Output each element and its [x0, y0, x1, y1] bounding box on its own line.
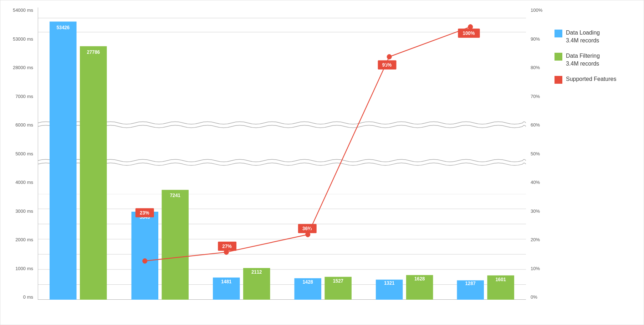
legend-item-data-loading: Data Loading3.4M records [554, 29, 633, 45]
svg-text:27%: 27% [222, 244, 231, 249]
legend-label-supported-features: Supported Features [566, 75, 616, 83]
svg-text:7241: 7241 [170, 192, 181, 198]
y-right-label-50: 50% [531, 151, 540, 156]
y-left-label-0: 0 ms [23, 294, 33, 300]
y-left-label-28000: 28000 ms [13, 65, 33, 70]
svg-text:1601: 1601 [495, 277, 506, 282]
svg-text:1481: 1481 [221, 279, 232, 284]
svg-text:27786: 27786 [87, 50, 100, 55]
svg-text:53426: 53426 [56, 25, 70, 30]
y-left-label-1000: 1000 ms [15, 266, 33, 271]
y-left-label-5000: 5000 ms [15, 151, 33, 156]
bar-v171-green [162, 190, 189, 300]
svg-text:1428: 1428 [303, 279, 313, 284]
legend-label-data-loading: Data Loading3.4M records [566, 29, 600, 45]
svg-text:1287: 1287 [465, 281, 476, 286]
chart-inner: 53426 27786 5849 7241 23% [38, 7, 526, 300]
y-right-label-10: 10% [531, 266, 540, 271]
chart-area: 54000 ms 53000 ms 28000 ms 7000 ms 6000 … [7, 7, 547, 318]
svg-text:1321: 1321 [384, 280, 395, 285]
bar-v171-blue [131, 212, 158, 300]
legend-color-green [554, 53, 562, 61]
chart-container: 54000 ms 53000 ms 28000 ms 7000 ms 6000 … [0, 0, 644, 325]
bar-v162-blue [50, 22, 77, 300]
legend-color-blue [554, 30, 562, 37]
y-axis-right: 100% 90% 80% 70% 60% 50% 40% 30% 20% 10%… [528, 7, 547, 300]
y-left-label-54000: 54000 ms [13, 7, 33, 13]
y-right-label-80: 80% [531, 65, 540, 70]
y-right-label-20: 20% [531, 237, 540, 242]
y-axis-left: 54000 ms 53000 ms 28000 ms 7000 ms 6000 … [7, 7, 36, 300]
y-right-label-60: 60% [531, 122, 540, 128]
y-right-label-40: 40% [531, 180, 540, 185]
legend-color-red [554, 76, 562, 84]
legend-item-supported-features: Supported Features [554, 75, 633, 84]
y-left-label-2000: 2000 ms [15, 237, 33, 242]
svg-text:95%: 95% [382, 62, 392, 68]
svg-rect-8 [38, 159, 526, 194]
y-right-label-100: 100% [531, 7, 542, 13]
svg-text:1628: 1628 [414, 276, 425, 281]
y-left-label-53000: 53000 ms [13, 36, 33, 42]
y-left-label-6000: 6000 ms [15, 122, 33, 128]
y-left-label-7000: 7000 ms [15, 94, 33, 99]
y-right-label-70: 70% [531, 94, 540, 99]
legend-label-data-filtering: Data Filtering3.4M records [566, 52, 600, 68]
svg-text:2112: 2112 [251, 269, 262, 275]
y-right-label-0: 0% [531, 294, 537, 300]
svg-text:1527: 1527 [333, 278, 343, 283]
y-right-label-90: 90% [531, 36, 540, 42]
legend-item-data-filtering: Data Filtering3.4M records [554, 52, 633, 68]
chart-svg: 53426 27786 5849 7241 23% [38, 7, 526, 300]
y-right-label-30: 30% [531, 208, 540, 214]
legend: Data Loading3.4M records Data Filtering3… [547, 18, 640, 318]
svg-text:100%: 100% [463, 31, 475, 36]
y-left-label-4000: 4000 ms [15, 180, 33, 185]
svg-text:23%: 23% [140, 210, 149, 216]
bar-v162-green [80, 46, 107, 300]
y-left-label-3000: 3000 ms [15, 208, 33, 214]
